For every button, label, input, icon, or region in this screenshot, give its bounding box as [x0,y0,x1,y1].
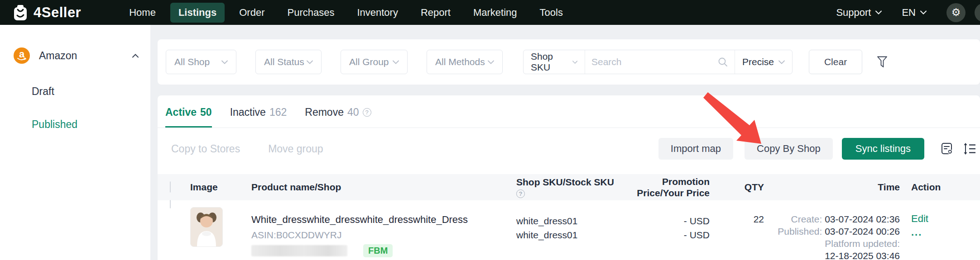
product-image[interactable] [190,207,223,247]
header-sku: Shop SKU/Stock SKU ? [516,177,618,198]
nav-right-section: Support EN ⚙ [836,0,980,25]
chevron-down-icon [307,60,313,64]
filter-funnel-icon[interactable] [877,56,888,68]
header-product: Product name/Shop [251,182,516,193]
create-label: Create: [791,214,822,224]
search-field-select[interactable]: Shop SKU [524,50,585,74]
nav-item-report[interactable]: Report [413,3,459,23]
export-sync-icon[interactable] [940,142,954,156]
chevron-down-icon [572,60,577,64]
language-dropdown[interactable]: EN [902,7,927,19]
top-navigation: 4Seller Home Listings Order Purchases In… [0,0,980,25]
filter-bar: All Shop All Status All Group All Method… [158,39,980,85]
tab-active-count: 50 [200,106,212,118]
published-label: Published: [778,226,822,236]
edit-link[interactable]: Edit [911,213,980,225]
nav-item-purchases[interactable]: Purchases [279,3,342,23]
tab-inactive-count: 162 [269,106,287,118]
nav-item-marketing[interactable]: Marketing [465,3,525,23]
settings-button[interactable]: ⚙ [946,3,966,22]
shop-sku: white_dress01 [516,214,618,228]
shop-filter-value: All Shop [174,57,210,67]
published-value: 03-07-2024 00:26 [825,226,900,236]
search-field-value: Shop SKU [531,51,567,73]
status-filter-value: All Status [264,57,304,67]
tab-active-label: Active [165,106,197,118]
sync-listings-button[interactable]: Sync listings [842,138,924,160]
table-row: White_dresswhite_dresswhite_dresswhite_D… [158,200,980,260]
search-box [585,50,735,74]
sidebar-marketplace-amazon[interactable]: a Amazon [0,47,150,65]
account-button-partial[interactable] [975,3,980,22]
move-group-button-disabled[interactable]: Move group [268,143,323,155]
copy-to-stores-button-disabled[interactable]: Copy to Stores [171,143,240,155]
remove-help-icon[interactable]: ? [363,108,371,117]
nav-item-home[interactable]: Home [121,3,164,23]
support-label: Support [836,7,871,19]
nav-item-listings[interactable]: Listings [170,3,225,23]
status-tabs: Active 50 Inactive 162 Remove 40 ? [158,95,980,128]
tab-remove-count: 40 [347,106,359,118]
chevron-up-icon [132,54,139,58]
shopping-bag-logo-icon [13,5,28,21]
search-input[interactable] [591,57,717,67]
support-dropdown[interactable]: Support [836,7,882,19]
listings-panel: Active 50 Inactive 162 Remove 40 ? Copy … [158,95,980,260]
group-filter-value: All Group [349,57,389,67]
header-qty: QTY [710,182,769,193]
tab-active[interactable]: Active 50 [165,106,212,128]
table-toolbar: Copy to Stores Move group Import map Cop… [158,138,980,160]
product-meta: FBM [251,244,516,257]
clear-button[interactable]: Clear [809,50,862,74]
create-value: 03-07-2024 02:36 [825,214,900,224]
status-filter-select[interactable]: All Status [255,50,322,74]
more-actions-button[interactable]: ... [911,227,980,238]
nav-item-inventory[interactable]: Inventory [349,3,406,23]
import-map-button[interactable]: Import map [658,138,733,160]
chevron-down-icon [221,60,228,64]
sidebar-item-draft[interactable]: Draft [0,85,150,98]
published-time: Published: 03-07-2024 00:26 [769,225,900,237]
methods-filter-select[interactable]: All Methods [427,50,503,74]
header-time: Time [769,182,900,193]
product-photo-placeholder [191,208,222,246]
tab-remove-label: Remove [305,106,344,118]
nav-item-order[interactable]: Order [231,3,273,23]
product-name[interactable]: White_dresswhite_dresswhite_dresswhite_D… [251,214,516,226]
nav-item-tools[interactable]: Tools [532,3,571,23]
shop-filter-select[interactable]: All Shop [166,50,236,74]
header-action: Action [900,182,980,193]
language-label: EN [902,7,916,19]
header-price: Promotion Price/Your Price [618,176,710,199]
row-checkbox[interactable] [170,200,171,208]
row-height-settings-icon[interactable] [963,142,976,156]
search-group: Shop SKU Precise [523,50,793,74]
product-asin: ASIN:B0CXDDWYRJ [251,230,516,241]
chevron-down-icon [778,60,785,64]
copy-by-shop-button[interactable]: Copy By Shop [745,138,833,160]
sidebar-item-published[interactable]: Published [0,118,150,131]
group-filter-select[interactable]: All Group [341,50,408,74]
qty-value: 22 [710,200,769,225]
tab-remove[interactable]: Remove 40 ? [305,106,371,128]
platform-updated-value: 12-18-2025 03:46 [769,250,900,260]
stock-sku: white_dress01 [516,228,618,242]
header-sku-label: Shop SKU/Stock SKU [516,177,618,187]
tab-inactive-label: Inactive [230,106,266,118]
amazon-smile-icon [14,47,30,64]
match-mode-value: Precise [742,57,774,67]
sku-help-icon[interactable]: ? [516,189,525,198]
main-menu: Home Listings Order Purchases Inventory … [121,3,571,23]
search-icon [717,57,728,67]
header-image: Image [190,182,251,193]
fulfillment-badge: FBM [363,244,393,257]
brand-logo[interactable]: 4Seller [13,5,81,21]
select-all-checkbox[interactable] [170,181,171,193]
chevron-down-icon [488,60,494,64]
promotion-price: - USD [618,214,710,228]
sidebar: a Amazon Draft Published [0,25,150,260]
chevron-down-icon [920,10,927,14]
tab-inactive[interactable]: Inactive 162 [230,106,287,128]
match-mode-select[interactable]: Precise [735,50,792,74]
platform-updated-label: Platform updeted: [769,237,900,250]
